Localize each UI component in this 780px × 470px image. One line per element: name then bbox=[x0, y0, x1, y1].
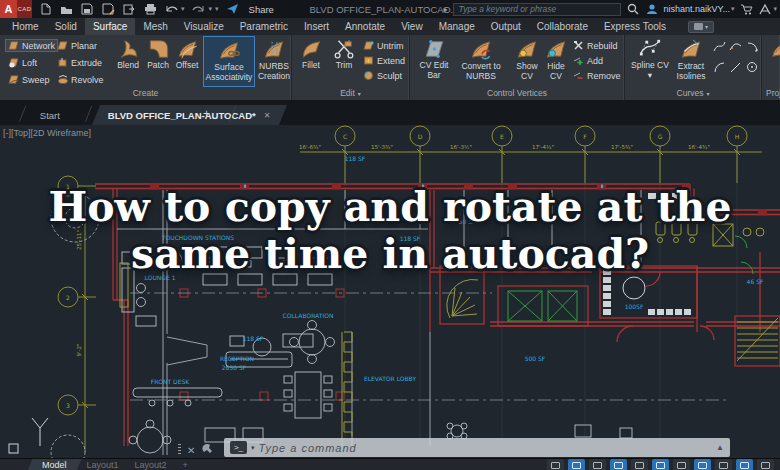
qat-customize-icon[interactable]: ▾ bbox=[215, 5, 219, 13]
tab-manage[interactable]: Manage bbox=[431, 18, 483, 35]
panel-label-edit[interactable]: Edit▾ bbox=[292, 87, 409, 99]
rebuild-button[interactable]: Rebuild bbox=[573, 40, 618, 51]
user-name[interactable]: nishant.naikVY... bbox=[664, 4, 730, 14]
fillet-button[interactable]: Fillet bbox=[296, 38, 326, 71]
lineweight-toggle-icon[interactable] bbox=[673, 459, 690, 470]
add-cv-button[interactable]: Add bbox=[573, 55, 603, 66]
command-input[interactable]: Type a command bbox=[259, 442, 713, 454]
osnap-toggle-icon[interactable] bbox=[652, 459, 669, 470]
polar-toggle-icon[interactable] bbox=[610, 459, 627, 470]
blend-curve-icon[interactable] bbox=[713, 39, 726, 57]
ortho-toggle-icon[interactable] bbox=[589, 459, 606, 470]
spline-freehand-icon[interactable] bbox=[729, 39, 742, 57]
snap-toggle-icon[interactable] bbox=[568, 459, 585, 470]
save-icon[interactable] bbox=[80, 2, 94, 16]
ribbon-display-toggle[interactable]: ▾ bbox=[688, 21, 714, 33]
autodesk-caret-icon[interactable]: ▾ bbox=[773, 5, 777, 13]
offset-button[interactable]: Offset bbox=[172, 38, 202, 71]
panel-label-curves[interactable]: Curves▾ bbox=[625, 87, 761, 99]
dynamic-input-toggle-icon[interactable] bbox=[694, 459, 711, 470]
line-icon[interactable] bbox=[729, 60, 742, 78]
autocad-logo[interactable]: A CAD bbox=[0, 0, 32, 18]
user-icon[interactable] bbox=[645, 2, 659, 16]
infocenter-arrow-icon[interactable]: ▸ bbox=[444, 5, 448, 14]
tab-active-document[interactable]: BLVD OFFICE_PLAN-AUTOCAD* ✕ bbox=[92, 105, 287, 125]
spline-cv-button[interactable]: Spline CV▾ bbox=[631, 38, 669, 80]
command-bar[interactable]: >_ ▾ Type a command ▲ bbox=[224, 438, 730, 457]
loft-button[interactable]: Loft bbox=[8, 57, 37, 68]
drag-handle-icon[interactable] bbox=[178, 444, 181, 456]
sweep-button[interactable]: Sweep bbox=[8, 74, 50, 85]
tab-output[interactable]: Output bbox=[483, 18, 529, 35]
viewport-controls[interactable]: [-][Top][2D Wireframe] bbox=[3, 128, 91, 138]
close-command-icon[interactable]: ✕ bbox=[187, 445, 195, 456]
wrench-icon[interactable] bbox=[201, 441, 214, 459]
new-tab-icon[interactable]: + bbox=[203, 107, 210, 121]
sculpt-button[interactable]: Sculpt bbox=[363, 70, 402, 81]
tab-express-tools[interactable]: Express Tools bbox=[596, 18, 674, 35]
show-cv-button[interactable]: ShowCV bbox=[513, 38, 541, 81]
share-plane-icon[interactable] bbox=[226, 2, 240, 16]
command-expand-icon[interactable]: ▲ bbox=[716, 443, 724, 452]
planar-button[interactable]: Planar bbox=[57, 40, 97, 51]
redo-caret-icon[interactable]: ▾ bbox=[209, 5, 213, 13]
tab-home[interactable]: Home bbox=[4, 18, 47, 35]
arc-icon[interactable] bbox=[713, 60, 726, 78]
grid-toggle-icon[interactable] bbox=[547, 459, 564, 470]
panel-edit: Fillet Trim Untrim Extend Sculpt Edit▾ bbox=[292, 35, 410, 100]
undo-caret-icon[interactable]: ▾ bbox=[181, 5, 185, 13]
tab-annotate[interactable]: Annotate bbox=[337, 18, 393, 35]
new-layout-icon[interactable]: + bbox=[175, 459, 196, 470]
customize-status-icon[interactable] bbox=[757, 459, 774, 470]
redo-icon[interactable] bbox=[192, 2, 206, 16]
blend-button[interactable]: Blend bbox=[113, 38, 143, 71]
open-folder-icon[interactable] bbox=[59, 2, 73, 16]
annotation-toggle-icon[interactable] bbox=[715, 459, 732, 470]
revolve-button[interactable]: Revolve bbox=[57, 74, 104, 85]
isodraft-toggle-icon[interactable] bbox=[631, 459, 648, 470]
floorplan-drawing[interactable]: C D E F G H 1 2 3 16'-6¾" 15'-3¾" 16'-3½… bbox=[0, 125, 780, 458]
network-button[interactable]: Network bbox=[5, 39, 58, 52]
close-tab-icon[interactable]: ✕ bbox=[264, 111, 271, 120]
project-geometry-button[interactable] bbox=[768, 38, 780, 61]
tab-parametric[interactable]: Parametric bbox=[232, 18, 296, 35]
command-prompt-icon[interactable]: >_ bbox=[230, 441, 247, 454]
cv-edit-bar-button[interactable]: CV Edit Bar bbox=[412, 38, 456, 80]
convert-to-nurbs-button[interactable]: Convert toNURBS bbox=[460, 38, 502, 81]
search-icon[interactable] bbox=[626, 2, 640, 16]
circle-icon[interactable] bbox=[746, 60, 759, 78]
workspace-toggle-icon[interactable] bbox=[736, 459, 753, 470]
surface-associativity-button[interactable]: SurfaceAssociativity bbox=[203, 36, 255, 87]
layout1-tab[interactable]: Layout1 bbox=[79, 459, 127, 470]
tab-insert[interactable]: Insert bbox=[296, 18, 337, 35]
tab-mesh[interactable]: Mesh bbox=[135, 18, 175, 35]
untrim-button[interactable]: Untrim bbox=[363, 40, 404, 51]
cart-icon[interactable] bbox=[739, 2, 753, 16]
new-file-icon[interactable] bbox=[38, 2, 52, 16]
tab-start[interactable]: Start bbox=[24, 105, 76, 125]
autodesk-mark-icon[interactable] bbox=[758, 2, 772, 16]
nurbs-creation-button[interactable]: NURBSCreation bbox=[257, 36, 291, 81]
search-input[interactable] bbox=[453, 3, 621, 16]
command-caret-icon[interactable]: ▾ bbox=[251, 444, 255, 452]
user-caret-icon[interactable]: ▾ bbox=[731, 5, 735, 13]
layout2-tab[interactable]: Layout2 bbox=[127, 459, 175, 470]
save-as-icon[interactable] bbox=[101, 2, 115, 16]
extract-isolines-button[interactable]: ExtractIsolines bbox=[673, 38, 709, 81]
curve-flip-icon[interactable] bbox=[746, 39, 759, 57]
extrude-button[interactable]: Extrude bbox=[57, 57, 102, 68]
extend-button[interactable]: Extend bbox=[363, 55, 405, 66]
trim-button[interactable]: Trim bbox=[330, 38, 358, 71]
remove-cv-button[interactable]: Remove bbox=[573, 70, 621, 81]
model-tab[interactable]: Model bbox=[28, 459, 81, 470]
undo-icon[interactable] bbox=[164, 2, 178, 16]
tab-surface[interactable]: Surface bbox=[85, 18, 135, 35]
tab-visualize[interactable]: Visualize bbox=[176, 18, 232, 35]
tab-view[interactable]: View bbox=[393, 18, 431, 35]
tab-solid[interactable]: Solid bbox=[47, 18, 85, 35]
hide-cv-button[interactable]: HideCV bbox=[542, 38, 570, 81]
export-icon[interactable] bbox=[122, 2, 136, 16]
tab-collaborate[interactable]: Collaborate bbox=[529, 18, 596, 35]
print-icon[interactable] bbox=[143, 2, 157, 16]
patch-button[interactable]: Patch bbox=[143, 38, 173, 71]
